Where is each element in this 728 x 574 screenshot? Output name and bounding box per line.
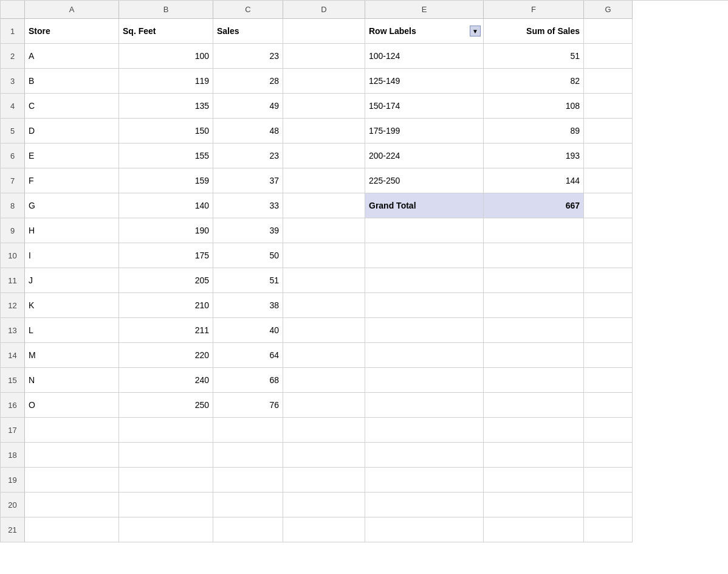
cell-e1[interactable]: Row Labels ▼ xyxy=(365,19,484,44)
cell-f8-grand-total-value[interactable]: 667 xyxy=(484,193,584,218)
cell-f7[interactable]: 144 xyxy=(484,168,584,193)
cell-b11[interactable]: 205 xyxy=(119,268,213,293)
cell-b16[interactable]: 250 xyxy=(119,393,213,418)
cell-f6[interactable]: 193 xyxy=(484,144,584,168)
cell-a15[interactable]: N xyxy=(25,368,119,393)
cell-d10[interactable] xyxy=(283,243,365,268)
cell-d12[interactable] xyxy=(283,293,365,318)
cell-g6[interactable] xyxy=(584,144,633,168)
cell-a2[interactable]: A xyxy=(25,44,119,69)
cell-d6[interactable] xyxy=(283,144,365,168)
cell-e17[interactable] xyxy=(365,418,484,443)
cell-g8[interactable] xyxy=(584,193,633,218)
cell-c20[interactable] xyxy=(213,493,283,517)
cell-d4[interactable] xyxy=(283,94,365,119)
cell-f10[interactable] xyxy=(484,243,584,268)
cell-d17[interactable] xyxy=(283,418,365,443)
cell-b20[interactable] xyxy=(119,493,213,517)
cell-e14[interactable] xyxy=(365,343,484,368)
cell-c7[interactable]: 37 xyxy=(213,168,283,193)
cell-a14[interactable]: M xyxy=(25,343,119,368)
cell-c3[interactable]: 28 xyxy=(213,69,283,94)
cell-g18[interactable] xyxy=(584,443,633,468)
cell-e20[interactable] xyxy=(365,493,484,517)
cell-g14[interactable] xyxy=(584,343,633,368)
cell-d5[interactable] xyxy=(283,119,365,144)
cell-f21[interactable] xyxy=(484,517,584,542)
cell-f14[interactable] xyxy=(484,343,584,368)
cell-b13[interactable]: 211 xyxy=(119,318,213,343)
cell-c15[interactable]: 68 xyxy=(213,368,283,393)
cell-c18[interactable] xyxy=(213,443,283,468)
cell-c9[interactable]: 39 xyxy=(213,218,283,243)
cell-a11[interactable]: J xyxy=(25,268,119,293)
cell-g5[interactable] xyxy=(584,119,633,144)
cell-a7[interactable]: F xyxy=(25,168,119,193)
cell-f19[interactable] xyxy=(484,468,584,493)
cell-c16[interactable]: 76 xyxy=(213,393,283,418)
cell-f16[interactable] xyxy=(484,393,584,418)
cell-c11[interactable]: 51 xyxy=(213,268,283,293)
cell-e12[interactable] xyxy=(365,293,484,318)
cell-g4[interactable] xyxy=(584,94,633,119)
cell-c8[interactable]: 33 xyxy=(213,193,283,218)
cell-d1[interactable] xyxy=(283,19,365,44)
cell-e10[interactable] xyxy=(365,243,484,268)
cell-b4[interactable]: 135 xyxy=(119,94,213,119)
cell-a8[interactable]: G xyxy=(25,193,119,218)
cell-b1[interactable]: Sq. Feet xyxy=(119,19,213,44)
cell-d8[interactable] xyxy=(283,193,365,218)
cell-b6[interactable]: 155 xyxy=(119,144,213,168)
cell-a21[interactable] xyxy=(25,517,119,542)
cell-b18[interactable] xyxy=(119,443,213,468)
cell-b5[interactable]: 150 xyxy=(119,119,213,144)
cell-b21[interactable] xyxy=(119,517,213,542)
cell-e7[interactable]: 225-250 xyxy=(365,168,484,193)
cell-a12[interactable]: K xyxy=(25,293,119,318)
cell-b12[interactable]: 210 xyxy=(119,293,213,318)
cell-c10[interactable]: 50 xyxy=(213,243,283,268)
cell-c5[interactable]: 48 xyxy=(213,119,283,144)
cell-g21[interactable] xyxy=(584,517,633,542)
cell-d2[interactable] xyxy=(283,44,365,69)
cell-c14[interactable]: 64 xyxy=(213,343,283,368)
cell-g12[interactable] xyxy=(584,293,633,318)
cell-c1[interactable]: Sales xyxy=(213,19,283,44)
cell-b2[interactable]: 100 xyxy=(119,44,213,69)
row-labels-dropdown[interactable]: ▼ xyxy=(470,26,481,36)
cell-c17[interactable] xyxy=(213,418,283,443)
cell-e15[interactable] xyxy=(365,368,484,393)
cell-a20[interactable] xyxy=(25,493,119,517)
cell-f9[interactable] xyxy=(484,218,584,243)
cell-f11[interactable] xyxy=(484,268,584,293)
cell-g10[interactable] xyxy=(584,243,633,268)
cell-b17[interactable] xyxy=(119,418,213,443)
cell-g3[interactable] xyxy=(584,69,633,94)
cell-e21[interactable] xyxy=(365,517,484,542)
cell-a3[interactable]: B xyxy=(25,69,119,94)
cell-e5[interactable]: 175-199 xyxy=(365,119,484,144)
cell-b14[interactable]: 220 xyxy=(119,343,213,368)
cell-g7[interactable] xyxy=(584,168,633,193)
cell-g19[interactable] xyxy=(584,468,633,493)
cell-f2[interactable]: 51 xyxy=(484,44,584,69)
cell-f12[interactable] xyxy=(484,293,584,318)
cell-b9[interactable]: 190 xyxy=(119,218,213,243)
cell-c19[interactable] xyxy=(213,468,283,493)
cell-a18[interactable] xyxy=(25,443,119,468)
cell-f1[interactable]: Sum of Sales xyxy=(484,19,584,44)
cell-a13[interactable]: L xyxy=(25,318,119,343)
cell-f17[interactable] xyxy=(484,418,584,443)
cell-c6[interactable]: 23 xyxy=(213,144,283,168)
cell-c13[interactable]: 40 xyxy=(213,318,283,343)
cell-d14[interactable] xyxy=(283,343,365,368)
cell-d20[interactable] xyxy=(283,493,365,517)
cell-e8-grand-total[interactable]: Grand Total xyxy=(365,193,484,218)
cell-f3[interactable]: 82 xyxy=(484,69,584,94)
cell-g20[interactable] xyxy=(584,493,633,517)
cell-g17[interactable] xyxy=(584,418,633,443)
cell-e4[interactable]: 150-174 xyxy=(365,94,484,119)
cell-e3[interactable]: 125-149 xyxy=(365,69,484,94)
cell-a4[interactable]: C xyxy=(25,94,119,119)
cell-f4[interactable]: 108 xyxy=(484,94,584,119)
